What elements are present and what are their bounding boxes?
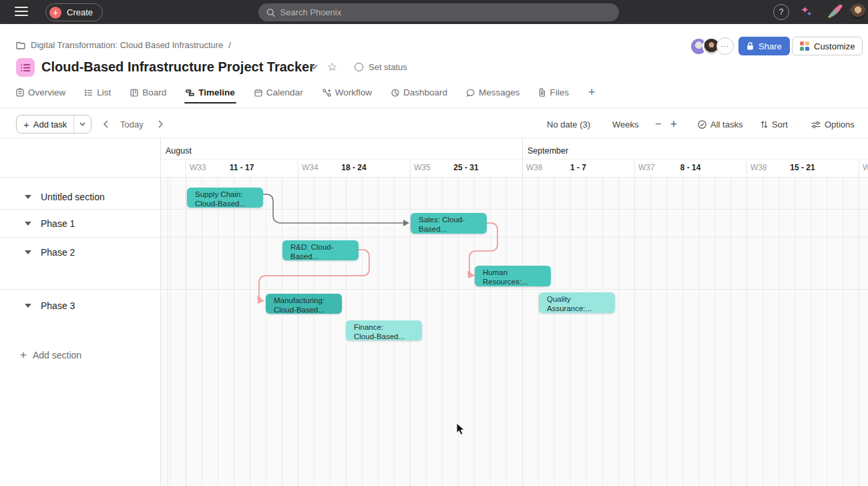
customize-button[interactable]: Customize <box>792 37 863 55</box>
filter-button[interactable]: All tasks <box>698 119 742 130</box>
sliders-icon <box>811 121 821 129</box>
star-icon[interactable]: ☆ <box>327 60 337 74</box>
prev-period-button[interactable] <box>99 117 112 131</box>
divider <box>0 289 868 290</box>
section-label[interactable]: Untitled section <box>41 192 105 202</box>
task-bar-rnd[interactable]: R&D: Cloud- Based... <box>282 240 359 260</box>
create-button-label: Create <box>67 7 93 17</box>
add-section-button[interactable]: + Add section <box>20 348 81 362</box>
tab-list[interactable]: List <box>85 87 111 97</box>
section-label[interactable]: Phase 1 <box>41 218 75 229</box>
set-status-label: Set status <box>369 62 407 72</box>
app-root: + Create ? ✦✦ Digital Transformation: Cl… <box>0 0 868 486</box>
section-label[interactable]: Phase 3 <box>41 300 75 311</box>
sort-button[interactable]: Sort <box>761 119 788 130</box>
search-input[interactable] <box>280 7 611 17</box>
section-row-phase-1[interactable]: Phase 1 <box>0 214 160 233</box>
tab-dashboard[interactable]: Dashboard <box>391 87 447 97</box>
more-members-button[interactable]: ... <box>716 37 734 55</box>
chevron-down-icon[interactable] <box>310 64 318 69</box>
tab-board[interactable]: Board <box>130 87 166 97</box>
help-button[interactable]: ? <box>773 4 789 20</box>
task-bar-human-resources[interactable]: Human Resources:... <box>475 266 551 286</box>
add-task-dropdown[interactable] <box>73 115 91 133</box>
task-bar-manufacturing[interactable]: Manufacturing: Cloud-Based... <box>266 294 342 314</box>
breadcrumb[interactable]: Digital Transformation: Cloud Based Infr… <box>16 40 231 50</box>
lock-icon <box>746 42 754 51</box>
list-icon <box>85 89 93 97</box>
plus-icon: + <box>20 348 27 362</box>
caret-down-icon[interactable] <box>25 250 31 254</box>
check-circle-icon <box>698 120 706 129</box>
zoom-out-button[interactable]: − <box>652 117 665 131</box>
ai-sparkle-icon[interactable]: ✦✦ <box>799 3 817 21</box>
tab-files[interactable]: Files <box>539 87 569 97</box>
section-row-phase-3[interactable]: Phase 3 <box>0 296 160 315</box>
month-divider <box>522 138 523 177</box>
section-row-phase-2[interactable]: Phase 2 <box>0 243 160 262</box>
share-button[interactable]: Share <box>738 37 790 55</box>
tab-calendar[interactable]: Calendar <box>254 87 303 97</box>
list-glyph-icon <box>21 63 31 72</box>
add-task-button[interactable]: + Add task <box>16 115 91 134</box>
tab-overview[interactable]: Overview <box>16 87 65 97</box>
global-topbar: + Create ? ✦✦ <box>0 0 868 24</box>
chevron-right-icon <box>158 120 163 128</box>
global-search[interactable] <box>258 3 619 21</box>
mouse-cursor <box>456 423 467 436</box>
task-bar-sales[interactable]: Sales: Cloud- Based... <box>411 213 487 234</box>
no-date-button[interactable]: No date (3) <box>547 119 590 130</box>
section-row-untitled[interactable]: Untitled section <box>0 188 160 206</box>
project-members: ... <box>690 37 734 55</box>
divider <box>0 177 868 178</box>
section-label[interactable]: Phase 2 <box>41 247 75 258</box>
divider <box>160 159 868 160</box>
week-cell: W <box>859 163 868 174</box>
messages-icon <box>467 89 475 97</box>
add-task-label: Add task <box>33 119 67 130</box>
create-button[interactable]: + Create <box>45 3 103 21</box>
timeline-icon <box>186 89 194 97</box>
dashboard-icon <box>391 89 399 97</box>
zoom-level-button[interactable]: Weeks <box>612 119 639 130</box>
breadcrumb-label: Digital Transformation: Cloud Based Infr… <box>31 40 223 50</box>
add-section-label: Add section <box>33 350 81 360</box>
plus-icon: + <box>670 117 678 132</box>
tab-workflow[interactable]: Workflow <box>322 87 372 97</box>
timeline-canvas[interactable] <box>160 177 868 486</box>
view-tabs: Overview List Board Timeline Calendar Wo… <box>16 85 596 99</box>
week-header: W33 11 - 17 W34 18 - 24 W35 25 - 31 W36 … <box>160 159 868 177</box>
options-button[interactable]: Options <box>811 119 855 130</box>
chevron-down-icon <box>79 122 85 126</box>
task-bar-finance[interactable]: Finance: Cloud-Based... <box>346 320 422 340</box>
minus-icon: − <box>655 118 661 130</box>
divider <box>0 209 868 210</box>
next-period-button[interactable] <box>154 117 167 131</box>
caret-down-icon[interactable] <box>25 304 31 308</box>
divider <box>0 107 868 108</box>
customize-button-label: Customize <box>814 41 855 51</box>
sort-arrows-icon <box>761 120 768 129</box>
plus-icon: + <box>23 119 29 130</box>
tab-messages[interactable]: Messages <box>467 87 520 97</box>
add-tab-button[interactable]: + <box>588 85 596 99</box>
task-bar-quality-assurance[interactable]: Quality Assurance:... <box>539 292 615 313</box>
phoenix-logo-icon <box>824 3 844 21</box>
tab-timeline[interactable]: Timeline <box>186 87 235 97</box>
month-label: September <box>527 146 568 156</box>
caret-down-icon[interactable] <box>25 222 31 226</box>
divider <box>0 237 868 238</box>
share-button-label: Share <box>758 41 782 51</box>
task-bar-supply-chain[interactable]: Supply Chain: Cloud-Based... <box>187 188 263 208</box>
caret-down-icon[interactable] <box>25 195 31 199</box>
zoom-in-button[interactable]: + <box>667 117 680 131</box>
breadcrumb-separator: / <box>228 40 231 50</box>
sidebar-toggle-icon[interactable] <box>15 7 28 17</box>
board-icon <box>130 89 138 97</box>
today-button[interactable]: Today <box>120 119 144 130</box>
workflow-icon <box>322 89 331 97</box>
calendar-icon <box>254 89 262 97</box>
set-status-button[interactable]: Set status <box>355 62 407 72</box>
project-icon[interactable] <box>16 58 35 77</box>
user-avatar[interactable] <box>849 3 867 21</box>
